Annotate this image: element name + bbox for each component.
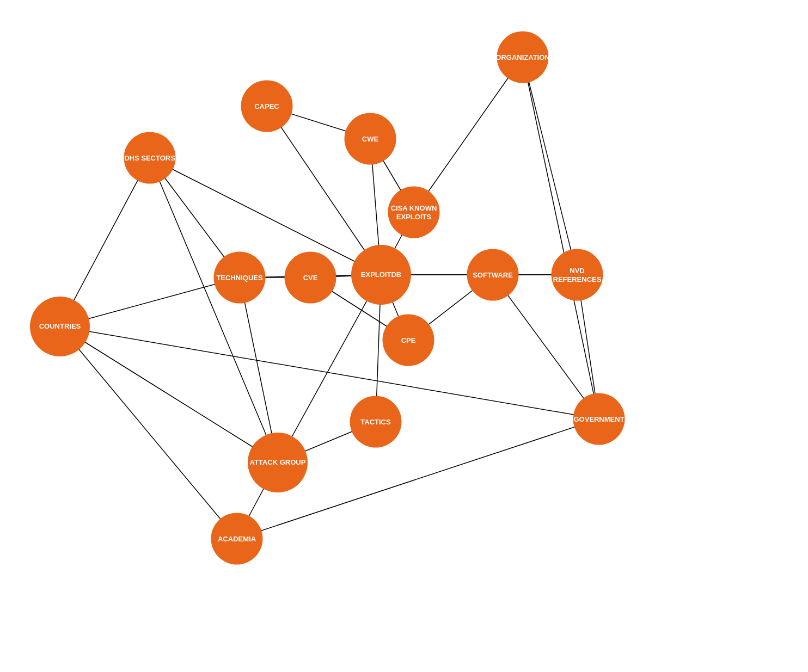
svg-line-20 <box>150 158 278 463</box>
node-techniques[interactable]: TECHNIQUES <box>214 252 266 304</box>
svg-line-23 <box>60 326 278 463</box>
node-organization[interactable]: ORGANIZATION <box>497 32 549 83</box>
svg-line-19 <box>150 158 381 275</box>
node-software[interactable]: SOFTWARE <box>467 249 519 301</box>
svg-line-16 <box>414 57 523 212</box>
node-attack_group[interactable]: ATTACK GROUP <box>248 433 308 492</box>
node-nvd_references[interactable]: NVD REFERENCES <box>552 249 603 301</box>
svg-line-17 <box>523 57 577 275</box>
node-cisa_known[interactable]: CISA KNOWN EXPLOITS <box>388 187 440 238</box>
node-government[interactable]: GOVERNMENT <box>573 393 625 445</box>
node-countries[interactable]: COUNTRIES <box>30 297 90 356</box>
node-dhs_sectors[interactable]: DHS SECTORS <box>124 132 176 184</box>
node-academia[interactable]: ACADEMIA <box>211 513 263 565</box>
node-cwe[interactable]: CWE <box>345 113 396 165</box>
node-exploitdb[interactable]: EXPLOITDB <box>351 245 411 305</box>
node-cve[interactable]: CVE <box>285 252 336 304</box>
node-capec[interactable]: CAPEC <box>241 81 293 132</box>
svg-line-25 <box>60 326 599 419</box>
svg-line-18 <box>523 57 599 419</box>
node-tactics[interactable]: TACTICS <box>350 396 402 448</box>
node-cpe[interactable]: CPE <box>383 315 434 366</box>
graph-container: COUNTRIESDHS SECTORSCAPECCWETECHNIQUESCV… <box>0 0 808 672</box>
svg-line-24 <box>60 326 237 539</box>
